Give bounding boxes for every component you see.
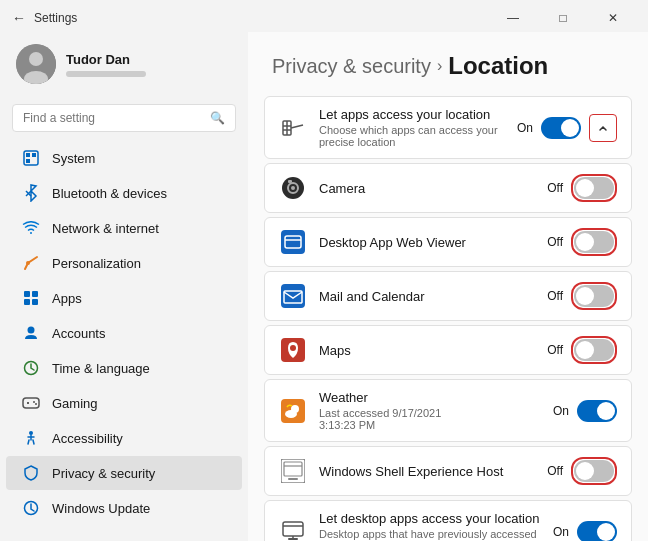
sidebar-item-system[interactable]: System xyxy=(6,141,242,175)
camera-toggle-wrapper[interactable] xyxy=(571,174,617,202)
maps-toggle[interactable] xyxy=(574,339,614,361)
desktop-web-toggle-wrapper[interactable] xyxy=(571,228,617,256)
setting-text-desktop-web: Desktop App Web Viewer xyxy=(319,235,466,250)
desktop-apps-status: On xyxy=(553,525,569,539)
search-box[interactable]: 🔍 xyxy=(12,104,236,132)
weather-title: Weather xyxy=(319,390,441,405)
mail-toggle-wrapper[interactable] xyxy=(571,282,617,310)
privacy-icon xyxy=(22,464,40,482)
svg-rect-13 xyxy=(32,299,38,305)
svg-rect-45 xyxy=(288,478,298,480)
titlebar-title: Settings xyxy=(34,11,77,25)
weather-toggle-wrapper[interactable] xyxy=(577,400,617,422)
setting-row-weather: Weather Last accessed 9/17/2021 3:13:23 … xyxy=(264,379,632,442)
minimize-button[interactable]: — xyxy=(490,6,536,30)
sidebar-item-gaming[interactable]: Gaming xyxy=(6,386,242,420)
shell-status: Off xyxy=(547,464,563,478)
svg-point-14 xyxy=(28,327,35,334)
svg-point-30 xyxy=(291,186,295,190)
setting-row-mail: Mail and Calendar Off xyxy=(264,271,632,321)
toggle-knob xyxy=(576,341,594,359)
setting-text-camera: Camera xyxy=(319,181,365,196)
sidebar-label-bluetooth: Bluetooth & devices xyxy=(52,186,167,201)
setting-text-mail: Mail and Calendar xyxy=(319,289,425,304)
sidebar-item-update[interactable]: Windows Update xyxy=(6,491,242,525)
shell-toggle-wrapper[interactable] xyxy=(571,457,617,485)
user-section: Tudor Dan xyxy=(0,32,248,96)
content-header: Privacy & security › Location xyxy=(248,32,648,96)
setting-right-mail: Off xyxy=(547,282,617,310)
network-icon xyxy=(22,219,40,237)
camera-title: Camera xyxy=(319,181,365,196)
sidebar-item-personalization[interactable]: Personalization xyxy=(6,246,242,280)
sidebar: Tudor Dan 🔍 System Bluetooth & devices xyxy=(0,32,248,541)
camera-toggle[interactable] xyxy=(574,177,614,199)
toggle-knob xyxy=(576,179,594,197)
apps-icon xyxy=(22,289,40,307)
svg-rect-11 xyxy=(32,291,38,297)
system-icon xyxy=(22,149,40,167)
back-icon[interactable]: ← xyxy=(12,10,26,26)
close-button[interactable]: ✕ xyxy=(590,6,636,30)
sidebar-item-network[interactable]: Network & internet xyxy=(6,211,242,245)
desktop-apps-toggle[interactable] xyxy=(577,521,617,542)
desktop-apps-toggle-wrapper[interactable] xyxy=(577,521,617,542)
weather-app-icon xyxy=(279,397,307,425)
search-icon: 🔍 xyxy=(210,111,225,125)
setting-right-camera: Off xyxy=(547,174,617,202)
mail-toggle[interactable] xyxy=(574,285,614,307)
desktop-apps-subtitle: Desktop apps that have previously access… xyxy=(319,528,553,541)
main-toggle-subtitle: Choose which apps can access your precis… xyxy=(319,124,517,148)
setting-right-desktop-apps: On xyxy=(553,521,617,542)
toggle-knob xyxy=(597,523,615,541)
setting-left-shell: Windows Shell Experience Host xyxy=(279,457,503,485)
sidebar-label-network: Network & internet xyxy=(52,221,159,236)
sidebar-label-gaming: Gaming xyxy=(52,396,98,411)
sidebar-item-bluetooth[interactable]: Bluetooth & devices xyxy=(6,176,242,210)
mail-title: Mail and Calendar xyxy=(319,289,425,304)
sidebar-item-apps[interactable]: Apps xyxy=(6,281,242,315)
svg-rect-43 xyxy=(284,462,302,476)
svg-point-1 xyxy=(29,52,43,66)
search-input[interactable] xyxy=(23,111,202,125)
setting-text-weather: Weather Last accessed 9/17/2021 3:13:23 … xyxy=(319,390,441,431)
sidebar-item-time[interactable]: Time & language xyxy=(6,351,242,385)
sidebar-item-accessibility[interactable]: Accessibility xyxy=(6,421,242,455)
user-email-bar xyxy=(66,71,146,77)
sidebar-item-accounts[interactable]: Accounts xyxy=(6,316,242,350)
sidebar-label-accounts: Accounts xyxy=(52,326,105,341)
setting-row-main-toggle: Let apps access your location Choose whi… xyxy=(264,96,632,159)
main-toggle-wrapper[interactable] xyxy=(541,117,581,139)
desktop-web-status: Off xyxy=(547,235,563,249)
titlebar-controls: — □ ✕ xyxy=(490,6,636,30)
setting-right-shell: Off xyxy=(547,457,617,485)
maximize-button[interactable]: □ xyxy=(540,6,586,30)
setting-left-camera: Camera xyxy=(279,174,365,202)
mail-status: Off xyxy=(547,289,563,303)
app-body: Tudor Dan 🔍 System Bluetooth & devices xyxy=(0,32,648,541)
maps-toggle-wrapper[interactable] xyxy=(571,336,617,364)
main-toggle-status: On xyxy=(517,121,533,135)
toggle-knob xyxy=(597,402,615,420)
sidebar-item-privacy[interactable]: Privacy & security xyxy=(6,456,242,490)
svg-point-19 xyxy=(33,401,35,403)
bluetooth-icon xyxy=(22,184,40,202)
main-toggle[interactable] xyxy=(541,117,581,139)
nav-list: System Bluetooth & devices Network & int… xyxy=(0,140,248,526)
shell-toggle[interactable] xyxy=(574,460,614,482)
camera-app-icon xyxy=(279,174,307,202)
sidebar-label-time: Time & language xyxy=(52,361,150,376)
user-info: Tudor Dan xyxy=(66,52,146,77)
sidebar-label-personalization: Personalization xyxy=(52,256,141,271)
setting-text-shell: Windows Shell Experience Host xyxy=(319,464,503,479)
content-area: Privacy & security › Location Let apps a… xyxy=(248,32,648,541)
svg-rect-31 xyxy=(288,180,292,183)
desktop-web-toggle[interactable] xyxy=(574,231,614,253)
toggle-knob xyxy=(561,119,579,137)
expand-button[interactable] xyxy=(589,114,617,142)
breadcrumb-arrow: › xyxy=(437,57,442,75)
weather-status: On xyxy=(553,404,569,418)
maps-status: Off xyxy=(547,343,563,357)
weather-toggle[interactable] xyxy=(577,400,617,422)
setting-left-mail: Mail and Calendar xyxy=(279,282,425,310)
